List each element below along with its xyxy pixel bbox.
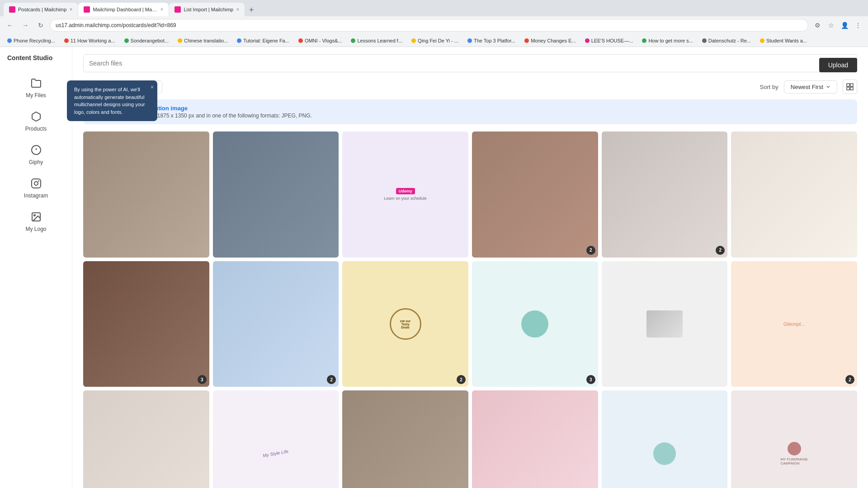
search-row: [83, 54, 857, 72]
upload-button[interactable]: Upload: [819, 58, 857, 72]
bookmark-favicon-2: [124, 38, 129, 43]
tab-0[interactable]: Postcards | Mailchimp ×: [4, 3, 78, 16]
bookmark-9[interactable]: Money Changes E...: [521, 37, 580, 44]
bookmark-favicon-3: [178, 38, 182, 43]
bookmark-label-8: The Top 3 Platfor...: [474, 38, 515, 43]
tab-close-0[interactable]: ×: [69, 6, 72, 13]
sidebar-label-products: Products: [25, 126, 47, 132]
bookmark-1[interactable]: 11 How Working a...: [61, 37, 119, 44]
bookmark-label-10: LEE'S HOUSE—...: [591, 38, 633, 43]
menu-icon[interactable]: ⋮: [852, 19, 864, 32]
bookmark-label-2: Sonderangebot...: [131, 38, 169, 43]
search-input[interactable]: [89, 60, 837, 67]
browser-chrome: Postcards | Mailchimp × Mailchimp Dashbo…: [0, 0, 868, 47]
badge-5: 2: [716, 246, 725, 255]
bookmark-0[interactable]: Phone Recycling...: [4, 37, 59, 44]
image-card-11[interactable]: [602, 261, 728, 387]
tab-close-1[interactable]: ×: [160, 6, 163, 13]
sidebar-title: Content Studio: [0, 54, 72, 70]
bookmark-3[interactable]: Chinese translatio...: [174, 37, 231, 44]
browser-toolbar: ⚙ ☆ 👤 ⋮: [811, 19, 864, 32]
grid-toggle[interactable]: [843, 80, 857, 94]
bookmark-favicon-11: [642, 38, 646, 43]
main-content: Upload All Files Folders: [72, 47, 868, 488]
image-card-1[interactable]: [83, 131, 209, 258]
tab-close-2[interactable]: ×: [236, 6, 239, 13]
bookmarks-bar: Phone Recycling... 11 How Working a... S…: [0, 34, 868, 47]
image-card-17[interactable]: [602, 390, 728, 488]
image-card-9[interactable]: eat ourTastyDeals 2: [342, 261, 468, 387]
logo-icon: [30, 211, 42, 223]
image-grid: Udemy Learn on your schedule 2 2 3: [83, 131, 857, 488]
bookmark-favicon-13: [760, 38, 764, 43]
bookmark-label-9: Money Changes E...: [531, 38, 576, 43]
image-card-15[interactable]: [342, 390, 468, 488]
badge-7: 3: [198, 375, 207, 384]
sort-dropdown[interactable]: Newest First: [784, 80, 837, 94]
bookmark-13[interactable]: Student Wants a...: [756, 37, 811, 44]
image-card-6[interactable]: [731, 131, 857, 258]
sidebar-item-products[interactable]: Products: [4, 105, 68, 137]
tooltip-close-button[interactable]: ×: [151, 83, 154, 91]
image-card-12[interactable]: Gitempt... 2: [731, 261, 857, 387]
bookmark-7[interactable]: Qing Fei De Yi - ...: [408, 37, 462, 44]
bookmark-6[interactable]: Lessons Learned f...: [347, 37, 406, 44]
bookmark-favicon-6: [351, 38, 355, 43]
bookmark-11[interactable]: How to get more s...: [638, 37, 696, 44]
bookmark-label-5: OMNI - Vlogs&...: [305, 38, 342, 43]
bookmark-10[interactable]: LEE'S HOUSE—...: [581, 37, 637, 44]
image-card-5[interactable]: 2: [602, 131, 728, 258]
tab-2[interactable]: List Import | Mailchimp ×: [169, 3, 245, 16]
sidebar-item-giphy[interactable]: Giphy: [4, 138, 68, 171]
reload-button[interactable]: ↻: [34, 19, 47, 32]
image-card-2[interactable]: [213, 131, 339, 258]
bookmark-5[interactable]: OMNI - Vlogs&...: [295, 37, 346, 44]
image-card-16[interactable]: [472, 390, 598, 488]
bookmark-label-11: How to get more s...: [648, 38, 693, 43]
extensions-icon[interactable]: ⚙: [811, 19, 824, 32]
image-card-13[interactable]: [83, 390, 209, 488]
image-card-4[interactable]: 2: [472, 131, 598, 258]
bookmark-label-7: Qing Fei De Yi - ...: [418, 38, 458, 43]
bookmark-8[interactable]: The Top 3 Platfor...: [464, 37, 519, 44]
badge-4: 2: [586, 246, 595, 255]
address-bar[interactable]: us17.admin.mailchimp.com/postcards/edit?…: [50, 19, 808, 32]
tab-favicon-2: [175, 6, 181, 13]
bookmark-label-6: Lessons Learned f...: [357, 38, 402, 43]
image-card-18[interactable]: MY FUNDRAISECAMPAIGN: [731, 390, 857, 488]
bookmark-favicon-1: [64, 38, 69, 43]
profile-icon[interactable]: 👤: [838, 19, 851, 32]
bookmark-12[interactable]: Datenschutz - Re...: [698, 37, 755, 44]
svg-rect-11: [850, 84, 853, 86]
sidebar-item-instagram[interactable]: Instagram: [4, 172, 68, 204]
bookmark-4[interactable]: Tutorial: Eigene Fa...: [233, 37, 293, 44]
new-tab-button[interactable]: +: [245, 4, 258, 16]
image-card-14[interactable]: My Style Life: [213, 390, 339, 488]
image-card-3[interactable]: Udemy Learn on your schedule: [342, 131, 468, 258]
bookmark-label-1: 11 How Working a...: [71, 38, 115, 43]
giphy-icon: [30, 144, 42, 156]
sidebar-item-my-files[interactable]: My Files: [4, 71, 68, 104]
image-card-7[interactable]: 3: [83, 261, 209, 387]
forward-button[interactable]: →: [19, 19, 32, 32]
image-card-8[interactable]: 2: [213, 261, 339, 387]
tab-bar: Postcards | Mailchimp × Mailchimp Dashbo…: [0, 0, 868, 16]
image-card-10[interactable]: 3: [472, 261, 598, 387]
back-button[interactable]: ←: [4, 19, 16, 32]
tab-label-1: Mailchimp Dashboard | Mail...: [93, 7, 157, 12]
ai-tooltip: × By using the power of AI, we'll automa…: [67, 80, 157, 121]
bookmark-icon[interactable]: ☆: [825, 19, 837, 32]
bookmark-2[interactable]: Sonderangebot...: [121, 37, 172, 44]
tab-favicon-0: [9, 6, 15, 13]
tab-1[interactable]: Mailchimp Dashboard | Mail... ×: [78, 3, 169, 16]
address-bar-row: ← → ↻ us17.admin.mailchimp.com/postcards…: [0, 16, 868, 34]
sidebar-label-my-logo: My Logo: [25, 226, 46, 232]
svg-point-4: [34, 182, 38, 185]
info-banner: ℹ Require a high resolution image Images…: [83, 99, 857, 124]
badge-10: 3: [586, 375, 595, 384]
bookmark-label-0: Phone Recycling...: [14, 38, 55, 43]
address-text: us17.admin.mailchimp.com/postcards/edit?…: [56, 22, 802, 28]
sidebar-label-giphy: Giphy: [29, 159, 43, 165]
right-tools: Sort by Newest First: [760, 80, 857, 94]
sidebar-item-my-logo[interactable]: My Logo: [4, 205, 68, 238]
